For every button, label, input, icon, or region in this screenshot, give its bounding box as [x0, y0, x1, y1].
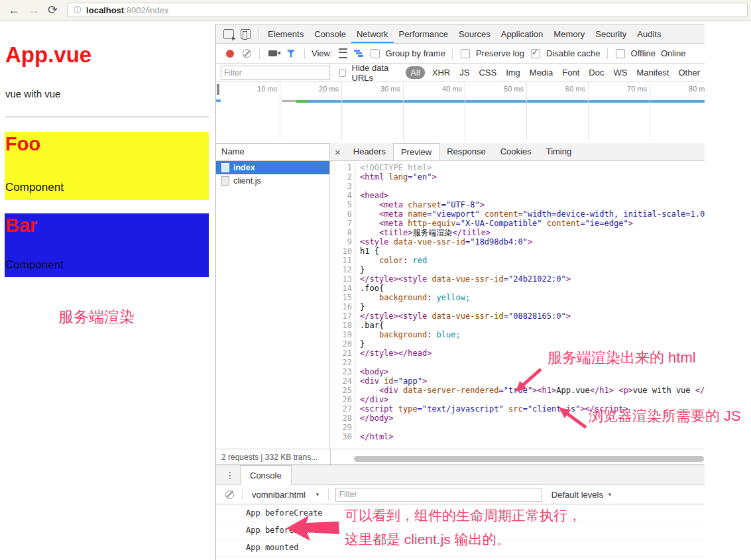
close-icon[interactable]: ×	[335, 146, 341, 158]
filter-type-doc[interactable]: Doc	[589, 68, 604, 78]
device-toolbar-icon[interactable]	[241, 29, 251, 39]
line-number: 15	[330, 293, 355, 302]
tab-network[interactable]: Network	[351, 25, 394, 43]
disable-cache-checkbox[interactable]	[531, 49, 540, 58]
console-context-selector[interactable]: vomnibar.html	[252, 490, 306, 500]
chevron-down-icon[interactable]: ▼	[315, 492, 320, 498]
separator	[330, 449, 331, 465]
tab-audits[interactable]: Audits	[632, 25, 666, 43]
line-number: 24	[330, 376, 355, 386]
horizontal-scrollbar[interactable]	[354, 456, 704, 462]
tab-application[interactable]: Application	[496, 25, 549, 43]
line-number: 26	[330, 395, 355, 404]
code-line: 8 <title>服务端渲染</title>	[330, 228, 705, 237]
timeline-scrubber[interactable]	[217, 84, 219, 95]
inspect-element-icon[interactable]	[223, 29, 234, 39]
separator	[452, 48, 453, 59]
filter-type-js[interactable]: JS	[459, 68, 469, 78]
network-filter-input[interactable]	[221, 66, 330, 80]
filter-funnel-icon[interactable]	[286, 50, 296, 58]
document-icon	[221, 176, 229, 186]
request-row-index[interactable]: index	[216, 161, 329, 174]
preview-code-view[interactable]: 1<!DOCTYPE html>2<html lang="en">34<head…	[330, 160, 705, 449]
gridline	[403, 82, 404, 140]
url-host: localhost	[86, 5, 124, 15]
address-bar[interactable]: ⓘ localhost :8002/index	[67, 3, 748, 17]
line-number: 27	[330, 404, 355, 414]
separator	[259, 48, 260, 59]
view-list-icon[interactable]	[339, 48, 347, 58]
filter-type-xhr[interactable]: XHR	[432, 68, 450, 78]
request-name: index	[233, 163, 255, 172]
tab-sources[interactable]: Sources	[453, 25, 496, 43]
separator	[242, 489, 243, 500]
tab-response[interactable]: Response	[439, 143, 493, 160]
tab-timing[interactable]: Timing	[539, 143, 579, 160]
tab-preview[interactable]: Preview	[393, 143, 439, 160]
clear-icon[interactable]	[243, 49, 251, 58]
preserve-log-label[interactable]: Preserve log	[476, 48, 524, 58]
reload-icon[interactable]: ⟳	[48, 4, 58, 16]
foo-title: Foo	[5, 133, 40, 155]
line-number: 10	[330, 247, 355, 256]
console-toolbar: vomnibar.html ▼ Default levels ▼	[216, 485, 705, 504]
disable-cache-label[interactable]: Disable cache	[546, 48, 601, 58]
filter-type-other[interactable]: Other	[678, 68, 700, 78]
tick-label: 30 ms	[365, 85, 400, 93]
drawer-menu-icon[interactable]: ⋮	[225, 470, 234, 480]
filter-type-media[interactable]: Media	[530, 68, 553, 78]
tab-console-drawer[interactable]: Console	[240, 465, 292, 486]
tab-console[interactable]: Console	[309, 25, 351, 43]
divider	[5, 117, 209, 117]
tab-security[interactable]: Security	[590, 25, 632, 43]
offline-checkbox[interactable]	[616, 49, 625, 58]
code-line: 16}	[330, 302, 705, 311]
hide-data-urls-checkbox[interactable]	[339, 69, 346, 77]
filter-type-font[interactable]: Font	[562, 68, 579, 78]
console-drawer-tabbar: ⋮ Console	[216, 465, 705, 485]
filter-type-css[interactable]: CSS	[479, 68, 496, 78]
waterfall-chip	[216, 99, 221, 102]
preserve-log-checkbox[interactable]	[461, 49, 470, 58]
ssr-caption: 服务端渲染	[58, 307, 135, 327]
console-filter-input[interactable]	[335, 488, 542, 502]
foo-component: Foo Component	[5, 132, 209, 200]
forward-icon[interactable]: →	[28, 4, 40, 16]
record-icon[interactable]	[226, 50, 234, 58]
code-line: 18.bar{	[330, 321, 705, 330]
line-number: 12	[330, 265, 355, 274]
filter-type-manifest[interactable]: Manifest	[636, 68, 669, 78]
filter-type-img[interactable]: Img	[506, 68, 520, 78]
network-filter-row: Hide data URLs AllXHRJSCSSImgMediaFontDo…	[216, 64, 705, 82]
code-line: 25 <div data-server-rendered="true"><h1>…	[330, 386, 705, 395]
network-overview-timeline[interactable]: 10 ms20 ms30 ms40 ms50 ms60 ms70 ms80 ms	[216, 82, 705, 144]
name-column-header[interactable]: Name	[216, 143, 329, 161]
tab-memory[interactable]: Memory	[548, 25, 590, 43]
tab-headers[interactable]: Headers	[346, 143, 393, 160]
tab-elements[interactable]: Elements	[262, 25, 309, 43]
line-number: 11	[330, 256, 355, 265]
tab-performance[interactable]: Performance	[394, 25, 453, 43]
annotation-console-line1: 可以看到，组件的生命周期正常执行，	[345, 506, 581, 525]
offline-label[interactable]: Offline	[631, 48, 656, 58]
tick-label: 40 ms	[426, 85, 462, 93]
console-levels-selector[interactable]: Default levels	[551, 490, 603, 500]
throttling-select[interactable]: Online	[661, 48, 686, 58]
group-by-frame-checkbox[interactable]	[371, 49, 380, 58]
group-by-frame-label[interactable]: Group by frame	[386, 48, 445, 58]
code-line: 30</html>	[330, 432, 705, 441]
line-number: 2	[330, 172, 355, 182]
console-clear-icon[interactable]	[225, 490, 234, 499]
tab-cookies[interactable]: Cookies	[493, 143, 539, 160]
hide-data-urls-label[interactable]: Hide data URLs	[352, 63, 398, 83]
request-row-client.js[interactable]: client.js	[216, 174, 329, 188]
view-waterfall-icon[interactable]	[354, 50, 363, 57]
request-list: indexclient.js	[216, 161, 329, 188]
filter-type-ws[interactable]: WS	[613, 68, 627, 78]
tick-label: 60 ms	[549, 85, 585, 93]
info-icon[interactable]: ⓘ	[74, 5, 82, 16]
filter-type-all[interactable]: All	[406, 66, 424, 79]
chevron-down-icon[interactable]: ▼	[607, 492, 612, 498]
screenshot-camera-icon[interactable]	[268, 50, 277, 56]
back-icon[interactable]: ←	[8, 4, 20, 16]
